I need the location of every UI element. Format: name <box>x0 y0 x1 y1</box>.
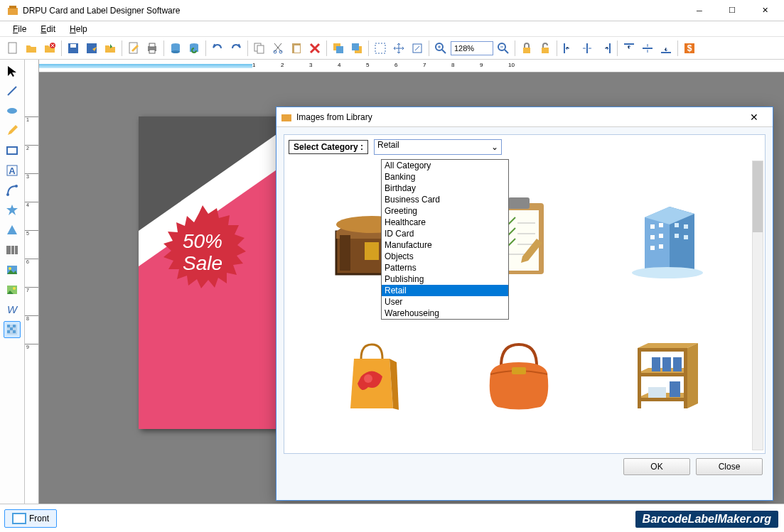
resize-icon[interactable] <box>409 40 426 57</box>
rectangle-tool-icon[interactable] <box>4 142 21 159</box>
zoom-in-icon[interactable] <box>432 40 449 57</box>
database-icon[interactable] <box>167 40 184 57</box>
image-tool-icon[interactable] <box>4 261 21 278</box>
svg-rect-81 <box>673 357 682 371</box>
dialog-close-icon[interactable]: ✕ <box>740 112 768 123</box>
align-bottom-icon[interactable] <box>657 40 675 57</box>
print-icon[interactable] <box>144 40 161 57</box>
opt-user[interactable]: User <box>382 296 508 308</box>
opt-idcard[interactable]: ID Card <box>382 228 508 239</box>
svg-point-72 <box>364 374 372 383</box>
export-icon[interactable] <box>102 40 119 57</box>
category-select[interactable]: Retail ⌄ <box>374 139 502 155</box>
zoom-input[interactable] <box>451 41 493 55</box>
bring-front-icon[interactable] <box>330 40 347 57</box>
category-dropdown[interactable]: All Category Banking Birthday Business C… <box>381 159 509 320</box>
menu-edit[interactable]: Edit <box>33 23 63 36</box>
opt-birthday[interactable]: Birthday <box>382 183 508 194</box>
barcode-tool-icon[interactable] <box>4 241 21 259</box>
send-back-icon[interactable] <box>348 40 365 57</box>
svg-rect-69 <box>675 234 679 238</box>
line-tool-icon[interactable] <box>4 82 21 99</box>
star-tool-icon[interactable] <box>4 202 21 219</box>
sale-percent: 50% <box>183 231 222 253</box>
lib-shelf[interactable] <box>596 309 736 436</box>
new-icon[interactable] <box>4 40 21 57</box>
svg-text:$: $ <box>687 43 692 53</box>
svg-rect-77 <box>638 348 641 408</box>
opt-retail[interactable]: Retail <box>382 285 508 296</box>
opt-manufacture[interactable]: Manufacture <box>382 239 508 251</box>
sale-badge[interactable]: 50% Sale <box>149 202 256 308</box>
unlock-icon[interactable] <box>537 40 554 57</box>
opt-objects[interactable]: Objects <box>382 251 508 262</box>
lib-building[interactable] <box>596 175 736 302</box>
copy-icon[interactable] <box>251 40 268 57</box>
undo-icon[interactable] <box>209 40 226 57</box>
menu-help[interactable]: Help <box>63 23 95 36</box>
lib-shopping-bag[interactable] <box>301 309 441 436</box>
lock-icon[interactable] <box>518 40 535 57</box>
library-tool-icon[interactable] <box>4 281 21 298</box>
image-grid <box>287 161 751 450</box>
close-button[interactable]: ✕ <box>748 1 781 21</box>
opt-healthcare[interactable]: Healthcare <box>382 217 508 228</box>
triangle-tool-icon[interactable] <box>4 222 21 239</box>
app-icon <box>7 5 18 16</box>
opt-publishing[interactable]: Publishing <box>382 273 508 285</box>
svg-point-39 <box>15 185 18 188</box>
maximize-button[interactable]: ☐ <box>716 1 748 21</box>
svg-text:W: W <box>7 303 18 315</box>
ellipse-tool-icon[interactable] <box>4 102 21 119</box>
ok-button[interactable]: OK <box>623 458 690 475</box>
window-titlebar: DRPU Card and Label Designer Software ─ … <box>0 0 784 21</box>
opt-business[interactable]: Business Card <box>382 194 508 205</box>
category-label: Select Category : <box>289 140 368 154</box>
cut-icon[interactable] <box>269 40 286 57</box>
vertical-ruler: 123 456 789 <box>25 60 39 504</box>
front-tab[interactable]: Front <box>4 509 57 528</box>
arc-tool-icon[interactable] <box>4 182 21 199</box>
pattern-tool-icon[interactable] <box>4 321 21 338</box>
zoom-out-icon[interactable] <box>495 40 512 57</box>
opt-banking[interactable]: Banking <box>382 171 508 183</box>
dialog-title: Images from Library <box>296 112 740 122</box>
svg-rect-54 <box>340 235 350 271</box>
wordart-tool-icon[interactable]: W <box>4 301 21 318</box>
price-icon[interactable]: $ <box>681 40 698 57</box>
opt-all[interactable]: All Category <box>382 160 508 171</box>
align-left-icon[interactable] <box>560 40 577 57</box>
database-refresh-icon[interactable] <box>186 40 203 57</box>
close-dialog-button[interactable]: Close <box>696 458 763 475</box>
library-scrollbar[interactable] <box>752 161 763 450</box>
svg-rect-30 <box>523 48 530 53</box>
close-file-icon[interactable] <box>41 40 58 57</box>
opt-warehouse[interactable]: Warehouseing <box>382 308 508 319</box>
align-center-h-icon[interactable] <box>579 40 596 57</box>
opt-greeting[interactable]: Greeting <box>382 205 508 217</box>
delete-icon[interactable] <box>306 40 323 57</box>
align-top-icon[interactable] <box>621 40 638 57</box>
paste-icon[interactable] <box>288 40 305 57</box>
menu-file[interactable]: File <box>6 23 33 36</box>
pointer-tool-icon[interactable] <box>4 63 21 80</box>
svg-point-13 <box>171 50 180 53</box>
save-as-icon[interactable] <box>83 40 100 57</box>
move-icon[interactable] <box>390 40 407 57</box>
edit-icon[interactable] <box>125 40 142 57</box>
text-tool-icon[interactable]: A <box>4 162 21 179</box>
align-right-icon[interactable] <box>597 40 614 57</box>
redo-icon[interactable] <box>227 40 245 57</box>
svg-rect-67 <box>675 223 679 227</box>
opt-patterns[interactable]: Patterns <box>382 262 508 273</box>
lib-handbag[interactable] <box>449 309 589 436</box>
svg-rect-76 <box>638 398 687 401</box>
minimize-button[interactable]: ─ <box>683 1 716 21</box>
open-icon[interactable] <box>23 40 40 57</box>
align-center-v-icon[interactable] <box>639 40 656 57</box>
svg-rect-5 <box>70 44 76 48</box>
svg-point-38 <box>6 193 9 196</box>
pencil-tool-icon[interactable] <box>4 122 21 139</box>
select-all-icon[interactable] <box>372 40 389 57</box>
save-icon[interactable] <box>65 40 82 57</box>
